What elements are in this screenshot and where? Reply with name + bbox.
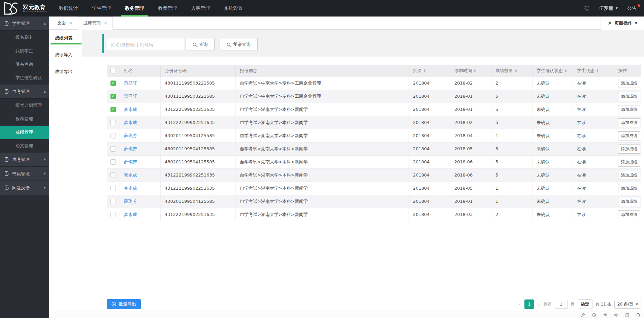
- student-name-link[interactable]: 龚永成: [124, 212, 137, 217]
- close-icon[interactable]: ×: [69, 17, 73, 29]
- nav-item[interactable]: 教务管理: [118, 0, 151, 17]
- nav-item[interactable]: 学生管理: [85, 0, 118, 17]
- row-select-cell[interactable]: [107, 142, 120, 155]
- sidebar-item[interactable]: 报考计划管理: [0, 99, 49, 112]
- column-header[interactable]: 批次▲▼: [409, 65, 450, 77]
- column-header[interactable]: 学生确认状态▲▼: [533, 65, 573, 77]
- row-checkbox[interactable]: [110, 186, 116, 191]
- add-score-button[interactable]: 添加成绩: [618, 92, 640, 101]
- row-select-cell[interactable]: [107, 169, 120, 182]
- add-score-button[interactable]: 添加成绩: [618, 145, 640, 154]
- notice-link[interactable]: 公告: [627, 5, 639, 11]
- row-checkbox[interactable]: [110, 212, 116, 217]
- sidebar-item[interactable]: 成绩管理: [0, 126, 49, 139]
- row-select-cell[interactable]: [107, 116, 120, 129]
- add-score-button[interactable]: 添加成绩: [618, 210, 640, 219]
- sidebar-item[interactable]: 报考管理: [0, 112, 49, 126]
- student-name-link[interactable]: 薛琪芳: [124, 133, 137, 138]
- student-name-link[interactable]: 萧亚轩: [124, 94, 137, 99]
- add-score-button[interactable]: 添加成绩: [618, 79, 640, 88]
- row-checkbox[interactable]: ✓: [110, 81, 116, 86]
- sort-icon[interactable]: ▲▼: [515, 69, 517, 73]
- sort-icon[interactable]: ▲▼: [424, 69, 425, 73]
- sidebar-section[interactable]: ?书籍管理▼: [0, 167, 49, 181]
- sidebar-item[interactable]: 报名刷卡: [0, 31, 49, 44]
- column-header[interactable]: 添加时间▲▼: [450, 65, 491, 77]
- add-score-button[interactable]: 添加成绩: [618, 158, 640, 167]
- subnav-item[interactable]: 成绩导出: [49, 63, 82, 80]
- goto-confirm-button[interactable]: 确定: [578, 299, 592, 309]
- row-checkbox[interactable]: [110, 133, 116, 138]
- row-checkbox[interactable]: [110, 172, 116, 178]
- windows-icon[interactable]: [625, 313, 630, 317]
- row-select-cell[interactable]: [107, 156, 120, 168]
- user-menu[interactable]: 伍梦楠 ▼: [599, 5, 618, 11]
- student-name-link[interactable]: 薛琪芳: [124, 159, 137, 164]
- sort-icon[interactable]: ▲▼: [597, 69, 598, 73]
- sort-icon[interactable]: ▲▼: [474, 69, 476, 73]
- row-select-cell[interactable]: [107, 182, 120, 195]
- row-select-cell[interactable]: ✓: [107, 77, 120, 90]
- current-page-button[interactable]: 1: [524, 299, 534, 309]
- sidebar-item[interactable]: 论文管理: [0, 139, 49, 153]
- row-checkbox[interactable]: ✓: [110, 107, 116, 112]
- row-select-cell[interactable]: ✓: [107, 103, 120, 116]
- tab[interactable]: 桌面×: [49, 16, 78, 29]
- query-button[interactable]: 查询: [186, 38, 215, 51]
- history-icon[interactable]: [592, 313, 596, 317]
- sidebar-section[interactable]: ?学生管理▲: [0, 17, 49, 31]
- complex-query-button[interactable]: 复杂查询: [220, 38, 258, 51]
- sidebar-section[interactable]: ?自考管理▲: [0, 85, 49, 99]
- sidebar-item[interactable]: 复杂查询: [0, 58, 49, 71]
- rocket-icon[interactable]: [581, 313, 585, 317]
- student-name-link[interactable]: 龚永成: [124, 120, 137, 125]
- select-all-checkbox[interactable]: [110, 68, 116, 73]
- add-score-button[interactable]: 添加成绩: [618, 197, 640, 206]
- subnav-item[interactable]: 成绩列表: [49, 30, 82, 46]
- row-select-cell[interactable]: [107, 195, 120, 208]
- add-score-button[interactable]: 添加成绩: [618, 105, 640, 114]
- nav-item[interactable]: 人事管理: [184, 0, 217, 17]
- goto-page-input[interactable]: [555, 300, 568, 309]
- close-icon[interactable]: ×: [104, 17, 107, 30]
- page-actions-button[interactable]: 页面操作 ▼: [601, 17, 644, 30]
- row-checkbox[interactable]: [110, 159, 116, 165]
- row-checkbox[interactable]: [110, 146, 116, 152]
- sidebar-item[interactable]: 学生信息确认: [0, 71, 49, 85]
- row-select-cell[interactable]: [107, 129, 120, 142]
- column-header[interactable]: 成绩数量▲▼: [491, 65, 533, 77]
- row-checkbox[interactable]: ✓: [110, 94, 116, 99]
- sidebar-section[interactable]: ?问题反馈▼: [0, 181, 49, 195]
- nav-item[interactable]: 收费管理: [151, 0, 184, 17]
- select-all-cell[interactable]: [107, 65, 120, 77]
- column-header[interactable]: 学生状态▲▼: [573, 65, 614, 77]
- student-name-link[interactable]: 龚永成: [124, 172, 137, 178]
- search-icon[interactable]: [636, 313, 641, 317]
- add-score-button[interactable]: 添加成绩: [618, 118, 640, 127]
- subnav-item[interactable]: 成绩导入: [49, 46, 82, 63]
- nav-item[interactable]: 数据统计: [52, 0, 85, 17]
- row-checkbox[interactable]: [110, 120, 116, 125]
- student-name-link[interactable]: 薛琪芳: [124, 146, 137, 151]
- student-name-link[interactable]: 龚永成: [124, 186, 137, 191]
- trash-icon[interactable]: [603, 313, 607, 317]
- tab[interactable]: 成绩管理×: [78, 17, 113, 30]
- sidebar-item[interactable]: 我的学生: [0, 44, 49, 58]
- batch-export-button[interactable]: 批量导出: [107, 299, 141, 309]
- sort-icon[interactable]: ▲▼: [565, 69, 567, 73]
- add-score-button[interactable]: 添加成绩: [618, 131, 640, 140]
- student-name-link[interactable]: 薛琪芳: [124, 199, 137, 204]
- student-name-link[interactable]: 龚永成: [124, 107, 137, 112]
- search-input[interactable]: [107, 38, 184, 51]
- speaker-icon[interactable]: [614, 313, 618, 317]
- row-select-cell[interactable]: [107, 208, 120, 221]
- row-checkbox[interactable]: [110, 199, 116, 204]
- student-name-link[interactable]: 萧亚轩: [124, 81, 137, 86]
- sidebar-section[interactable]: ?成考管理▼: [0, 153, 49, 167]
- page-size-select[interactable]: 20 条/页 ▼: [614, 300, 641, 309]
- row-select-cell[interactable]: ✓: [107, 90, 120, 103]
- add-score-button[interactable]: 添加成绩: [618, 171, 640, 180]
- add-score-button[interactable]: 添加成绩: [618, 184, 640, 193]
- prev-page-icon[interactable]: ‹: [518, 301, 521, 308]
- theme-palette-icon[interactable]: [584, 5, 590, 11]
